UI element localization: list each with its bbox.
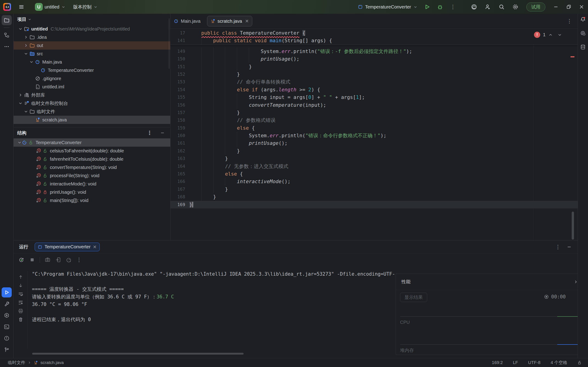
line-number[interactable]: 165 <box>171 170 185 178</box>
build-tool-button[interactable] <box>2 299 12 309</box>
chevron-down-icon[interactable] <box>17 100 23 106</box>
search-icon[interactable] <box>498 4 505 10</box>
breadcrumb-scratches[interactable]: 临时文件 <box>8 360 25 366</box>
database-button[interactable] <box>579 43 587 51</box>
add-user-icon[interactable] <box>484 4 491 10</box>
line-number[interactable]: 164 <box>171 162 185 170</box>
structure-row-celsiustofahrenheit[interactable]: mcelsiusToFahrenheit(double): double <box>14 147 170 155</box>
fold-gutter[interactable] <box>185 201 189 209</box>
fold-gutter[interactable] <box>185 147 189 155</box>
structure-row-interactivemode[interactable]: minteractiveMode(): void <box>14 180 170 188</box>
vcs-widget[interactable]: 版本控制 <box>71 2 100 11</box>
fold-gutter[interactable] <box>185 70 189 78</box>
commit-tool-button[interactable] <box>2 30 12 40</box>
line-number[interactable]: 141 <box>171 37 185 44</box>
close-run-tab-icon[interactable]: ✕ <box>93 244 97 250</box>
ai-chat-button[interactable] <box>579 29 587 38</box>
tab-scratch-java[interactable]: scratch.java ✕ <box>207 16 252 26</box>
services-tool-button[interactable] <box>2 310 12 320</box>
run-toolbar-more-icon[interactable]: ⋮ <box>76 257 82 263</box>
line-number[interactable]: 151 <box>171 63 185 70</box>
code-line-168[interactable]: 168} <box>171 193 578 200</box>
clear-console-icon[interactable] <box>18 317 23 322</box>
line-number[interactable]: 157 <box>171 109 185 116</box>
close-icon[interactable] <box>575 0 588 14</box>
fold-gutter[interactable] <box>185 37 189 44</box>
structure-row-printusage[interactable]: mprintUsage(): void <box>14 188 170 196</box>
structure-row-temperatureconverter[interactable]: TemperatureConverter <box>14 138 170 147</box>
project-tree-row-外部库[interactable]: 外部库 <box>14 91 170 99</box>
code-line-159[interactable]: 159else { <box>171 124 578 132</box>
chevron-down-icon[interactable] <box>23 51 29 57</box>
fold-gutter[interactable] <box>185 162 189 170</box>
structure-row-fahrenheittocelsius[interactable]: mfahrenheitToCelsius(double): double <box>14 155 170 163</box>
ai-assistant-icon[interactable] <box>471 4 477 10</box>
project-tree-row-gitignore[interactable]: .gitignore <box>14 74 170 83</box>
code-line-169[interactable]: 169} <box>171 201 578 209</box>
hide-panel-icon[interactable] <box>160 131 165 135</box>
code-line-158[interactable]: 158// 参数格式错误 <box>171 116 578 124</box>
code-line-155[interactable]: 155String input = args[0] + " " + args[1… <box>171 93 578 101</box>
line-number[interactable]: 167 <box>171 185 185 193</box>
arrow-up-icon[interactable] <box>18 274 23 280</box>
code-line-152[interactable]: 152} <box>171 70 578 78</box>
unlock-icon[interactable] <box>577 360 582 365</box>
line-number[interactable]: 155 <box>171 93 185 101</box>
show-results-button[interactable]: 显示结果 <box>400 293 427 302</box>
code-area[interactable]: 149System.err.println("错误：-f 参数后必须指定文件路径… <box>171 45 578 209</box>
structure-more-icon[interactable]: ⋮ <box>147 130 152 136</box>
line-number[interactable]: 161 <box>171 139 185 147</box>
code-line-150[interactable]: 150printUsage(); <box>171 55 578 63</box>
code-line-153[interactable]: 153// 命令行单条转换模式 <box>171 78 578 86</box>
profiler-icon[interactable] <box>66 257 72 263</box>
code-line-17[interactable]: 17public class TemperatureConverter { <box>171 29 578 37</box>
project-tree-row-untitled-iml[interactable]: untitled.iml <box>14 83 170 91</box>
fold-gutter[interactable] <box>185 155 189 162</box>
run-config-selector[interactable]: TemperatureConverter <box>358 4 417 10</box>
code-line-149[interactable]: 149System.err.println("错误：-f 参数后必须指定文件路径… <box>171 48 578 55</box>
project-tool-button[interactable] <box>2 15 12 25</box>
project-tree-row-临时文件和控制台[interactable]: 临时文件和控制台 <box>14 99 170 108</box>
inspection-widget[interactable]: ! 1 <box>534 32 562 38</box>
console-output[interactable]: "C:\Program Files\Java\jdk-17\bin\java.e… <box>32 270 395 355</box>
structure-row-converttemperature[interactable]: mconvertTemperature(String): void <box>14 163 170 171</box>
fold-gutter[interactable] <box>185 109 189 116</box>
chevron-down-icon[interactable] <box>17 140 22 145</box>
line-number[interactable]: 162 <box>171 147 185 155</box>
hide-panel-icon[interactable] <box>567 244 572 250</box>
console-hscrollbar[interactable] <box>32 353 243 355</box>
line-number[interactable]: 160 <box>171 132 185 139</box>
line-number[interactable]: 17 <box>171 29 185 37</box>
code-line-154[interactable]: 154else if (args.length >= 2) { <box>171 86 578 93</box>
fold-gutter[interactable] <box>185 193 189 200</box>
code-line-161[interactable]: 161printUsage(); <box>171 139 578 147</box>
trial-button[interactable]: 试用 <box>527 2 545 11</box>
caret-position[interactable]: 169:2 <box>492 360 503 365</box>
breadcrumb-file[interactable]: scratch.java <box>40 360 64 365</box>
fold-gutter[interactable] <box>185 132 189 139</box>
run-panel-more-icon[interactable]: ⋮ <box>555 244 561 250</box>
chevron-down-icon[interactable] <box>17 26 23 32</box>
line-separator[interactable]: LF <box>513 360 518 365</box>
code-line-167[interactable]: 167} <box>171 185 578 193</box>
chevron-right-icon[interactable] <box>23 42 29 49</box>
close-tab-icon[interactable]: ✕ <box>245 18 249 24</box>
chevron-up-icon[interactable] <box>548 33 553 37</box>
fold-gutter[interactable] <box>185 63 189 70</box>
restore-icon[interactable] <box>562 0 575 14</box>
project-tree-row-src[interactable]: src <box>14 50 170 58</box>
code-line-156[interactable]: 156convertTemperature(input); <box>171 101 578 109</box>
run-tool-button[interactable] <box>2 287 12 297</box>
line-number[interactable]: 156 <box>171 101 185 109</box>
file-encoding[interactable]: UTF-8 <box>528 360 540 365</box>
fold-gutter[interactable] <box>185 48 189 55</box>
project-widget[interactable]: U untitled <box>33 2 68 12</box>
line-number[interactable]: 153 <box>171 78 185 86</box>
fold-gutter[interactable] <box>185 124 189 132</box>
code-line-162[interactable]: 162} <box>171 147 578 155</box>
line-number[interactable]: 150 <box>171 55 185 63</box>
main-menu-button[interactable] <box>16 2 27 11</box>
chevron-right-icon[interactable] <box>573 280 578 284</box>
scroll-to-end-icon[interactable] <box>18 300 23 305</box>
arrow-down-icon[interactable] <box>18 283 23 288</box>
